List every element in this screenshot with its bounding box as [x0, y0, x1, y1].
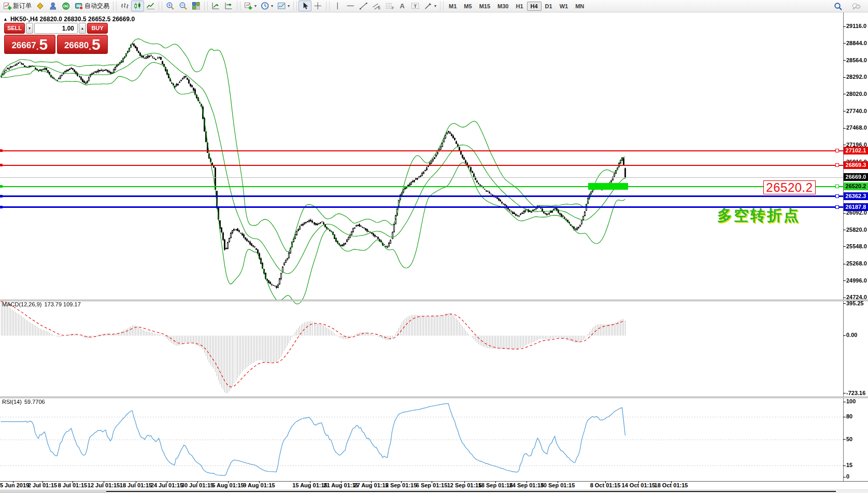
dropdown-caret-icon[interactable]: ▾: [434, 4, 436, 8]
zoom-out-button[interactable]: [177, 1, 190, 11]
template-button[interactable]: ▾: [275, 1, 292, 11]
timeframe-d1[interactable]: D1: [542, 2, 556, 11]
arrows-button[interactable]: ▾: [422, 1, 438, 11]
hline-icon: [346, 2, 355, 10]
timeframe-m5[interactable]: M5: [460, 2, 475, 11]
zoom-in-button[interactable]: [164, 1, 177, 11]
auto-trading-button[interactable]: 自动交易: [73, 1, 111, 11]
line-chart-button[interactable]: [144, 1, 157, 11]
fibonacci-icon: F: [385, 2, 394, 10]
chart-window: ▲ HK50-,H4 26820.0 26830.5 26652.5 26669…: [0, 12, 868, 493]
price-tick-mark: [843, 111, 846, 111]
timeframe-m15[interactable]: M15: [476, 2, 494, 11]
resistance-line-27102-left-marker[interactable]: [0, 149, 3, 152]
sell-button[interactable]: SELL: [4, 23, 25, 34]
macd-pane-separator[interactable]: [0, 300, 868, 301]
rsi-tick-mark: [843, 439, 846, 440]
zoom-in-icon: [166, 2, 175, 10]
navigator-icon: [49, 2, 58, 10]
current-price-line[interactable]: [0, 177, 843, 178]
support-line-26187-price-label: 26187.8: [844, 203, 868, 211]
price-annotation-box[interactable]: 26520.2: [763, 180, 816, 194]
market-watch-button[interactable]: [34, 1, 47, 11]
toolbar: 新订单自动交易▾▾▾EFAT▾M1M5M15M30H1H4D1W1MN: [0, 0, 868, 12]
resistance-line-26869[interactable]: [0, 165, 843, 166]
svg-text:T: T: [414, 4, 417, 9]
volume-down-button[interactable]: ▼: [26, 23, 33, 34]
chart-bars-icon: [120, 2, 129, 10]
buy-button[interactable]: BUY: [87, 23, 108, 34]
price-tick-label: 28564.0: [846, 57, 868, 64]
price-tick-mark: [843, 26, 846, 27]
new-order-button[interactable]: 新订单: [1, 1, 34, 11]
rsi-axis-label: 80: [846, 413, 868, 420]
dropdown-caret-icon[interactable]: ▾: [254, 4, 257, 8]
cursor-button[interactable]: [298, 1, 311, 11]
timeframe-m1[interactable]: M1: [445, 2, 460, 11]
search-button[interactable]: [832, 1, 845, 12]
crosshair-button[interactable]: [311, 1, 324, 11]
macd-tick-mark: [843, 393, 846, 393]
macd-name: MACD(12,26,9): [2, 301, 41, 307]
dropdown-caret-icon[interactable]: ▾: [288, 4, 290, 8]
add-indicator-button[interactable]: ▾: [242, 1, 259, 11]
navigator-button[interactable]: [47, 1, 60, 11]
chart-line-icon: [146, 2, 155, 10]
auto-scroll-button[interactable]: [209, 1, 222, 11]
dropdown-caret-icon[interactable]: ▾: [271, 4, 273, 8]
toolbar-separator: [440, 2, 444, 10]
rsi-pane-separator[interactable]: [0, 397, 868, 398]
support-line-26362-handle[interactable]: [835, 194, 839, 198]
shapes-icon: [424, 2, 433, 10]
support-line-26187-left-marker[interactable]: [0, 206, 3, 208]
collapse-icon[interactable]: ▲: [3, 17, 8, 22]
annotation-text[interactable]: 多空转折点: [717, 205, 800, 226]
price-chart-canvas[interactable]: [0, 12, 844, 481]
resistance-line-27102[interactable]: [0, 150, 843, 151]
pivot-line-26520-handle[interactable]: [835, 185, 839, 188]
support-line-26187-handle[interactable]: [835, 205, 839, 209]
highlight-rectangle[interactable]: [588, 183, 628, 190]
buy-price[interactable]: 26680.5: [57, 35, 108, 54]
channel-button[interactable]: E: [370, 1, 383, 11]
timeframe-mn[interactable]: MN: [572, 2, 588, 11]
toolbar-separator: [159, 2, 162, 10]
alerts-button[interactable]: [60, 1, 73, 11]
resistance-line-27102-handle[interactable]: [835, 149, 839, 152]
trendline-button[interactable]: [357, 1, 370, 11]
timeframe-h4[interactable]: H4: [527, 2, 542, 11]
price-tick-label: 25268.0: [846, 260, 868, 267]
scrollbar-thumb[interactable]: [106, 491, 836, 492]
volume-input[interactable]: [34, 23, 78, 34]
macd-indicator-label: MACD(12,26,9) 173.79 109.17: [2, 301, 81, 307]
price-tick-mark: [843, 128, 846, 129]
timeframe-w1[interactable]: W1: [556, 2, 572, 11]
price-tick-mark: [843, 246, 846, 247]
fibonacci-button[interactable]: F: [383, 1, 396, 11]
bar-chart-button[interactable]: [118, 1, 131, 11]
price-tick-label: 25820.0: [846, 227, 868, 233]
text-button[interactable]: A: [396, 1, 409, 11]
chat-button[interactable]: [850, 1, 863, 12]
volume-up-button[interactable]: ▲: [79, 23, 86, 34]
pivot-line-26520-left-marker[interactable]: [0, 185, 3, 188]
timeframe-m30[interactable]: M30: [494, 2, 512, 11]
resistance-line-26869-handle[interactable]: [835, 163, 839, 167]
horizontal-line-button[interactable]: [344, 1, 357, 11]
timeframe-h1[interactable]: H1: [512, 2, 527, 11]
candlestick-chart-button[interactable]: [131, 1, 144, 11]
support-line-26362-left-marker[interactable]: [0, 195, 3, 198]
resistance-line-26869-left-marker[interactable]: [0, 164, 3, 166]
period-button[interactable]: ▾: [259, 1, 275, 11]
support-line-26362[interactable]: [0, 195, 843, 197]
price-tick-mark: [843, 60, 846, 61]
sell-price[interactable]: 26667.5: [4, 35, 55, 54]
chart-shift-button[interactable]: [222, 1, 235, 11]
vertical-line-button[interactable]: [331, 1, 344, 11]
support-line-26187[interactable]: [0, 206, 843, 208]
tile-windows-button[interactable]: [190, 1, 203, 11]
label-button[interactable]: T: [409, 1, 422, 11]
rsi-axis-label: 100: [846, 398, 868, 405]
pivot-line-26520[interactable]: [0, 186, 843, 187]
price-tick-label: 28020.0: [846, 91, 868, 97]
